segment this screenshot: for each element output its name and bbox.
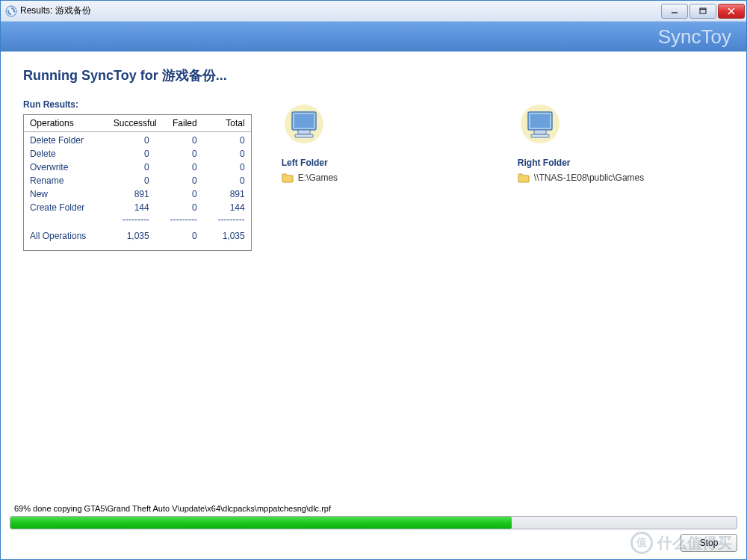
progress-fill bbox=[10, 517, 512, 529]
folder-icon bbox=[518, 172, 530, 183]
svg-rect-15 bbox=[531, 134, 549, 137]
left-folder-label: Left Folder bbox=[282, 158, 488, 168]
titlebar[interactable]: Results: 游戏备份 bbox=[1, 1, 746, 22]
col-failed: Failed bbox=[155, 115, 203, 131]
minimize-button[interactable] bbox=[661, 4, 688, 19]
col-successful: Successful bbox=[108, 115, 155, 131]
status-text: 69% done copying GTA5\Grand Theft Auto V… bbox=[10, 504, 737, 513]
footer: 69% done copying GTA5\Grand Theft Auto V… bbox=[1, 501, 746, 559]
svg-rect-14 bbox=[534, 130, 546, 134]
right-folder-panel: Right Folder \\TNAS-1E08\public\Games bbox=[518, 99, 724, 251]
right-folder-path: \\TNAS-1E08\public\Games bbox=[534, 172, 644, 183]
svg-rect-13 bbox=[530, 114, 550, 128]
app-icon bbox=[5, 5, 17, 17]
svg-rect-9 bbox=[298, 130, 310, 134]
svg-rect-8 bbox=[294, 114, 314, 128]
table-row: Delete000 bbox=[24, 147, 251, 161]
right-folder-label: Right Folder bbox=[518, 158, 724, 168]
col-total: Total bbox=[203, 115, 251, 131]
left-folder-path: E:\Games bbox=[298, 172, 338, 183]
monitor-icon bbox=[282, 103, 326, 148]
progress-bar bbox=[10, 516, 737, 529]
col-operations: Operations bbox=[24, 115, 108, 131]
table-row: Rename000 bbox=[24, 174, 251, 187]
stop-button[interactable]: Stop bbox=[681, 534, 737, 552]
run-results-label: Run Results: bbox=[23, 99, 252, 110]
table-row: Create Folder1440144 bbox=[24, 201, 251, 214]
divider-row: --------------------------- bbox=[24, 214, 251, 225]
close-button[interactable] bbox=[718, 4, 745, 19]
table-row: New8910891 bbox=[24, 187, 251, 201]
header-band: SyncToy bbox=[1, 22, 746, 52]
svg-rect-10 bbox=[295, 134, 313, 137]
folder-icon bbox=[282, 172, 294, 183]
maximize-button[interactable] bbox=[689, 4, 716, 19]
table-row: Overwrite000 bbox=[24, 161, 251, 174]
table-row: Delete Folder000 bbox=[24, 134, 251, 147]
brand-logo: SyncToy bbox=[658, 25, 731, 49]
left-folder-panel: Left Folder E:\Games bbox=[282, 99, 488, 251]
window-title: Results: 游戏备份 bbox=[20, 4, 661, 17]
results-header-row: Operations Successful Failed Total bbox=[24, 115, 251, 132]
window-frame: Results: 游戏备份 SyncToy Running SyncToy fo… bbox=[0, 0, 747, 560]
results-table: Operations Successful Failed Total Delet… bbox=[23, 114, 252, 251]
page-heading: Running SyncToy for 游戏备份... bbox=[23, 66, 724, 84]
monitor-icon bbox=[518, 103, 562, 148]
content-area: Running SyncToy for 游戏备份... Run Results:… bbox=[1, 52, 746, 501]
totals-row: All Operations1,03501,035 bbox=[24, 229, 251, 243]
